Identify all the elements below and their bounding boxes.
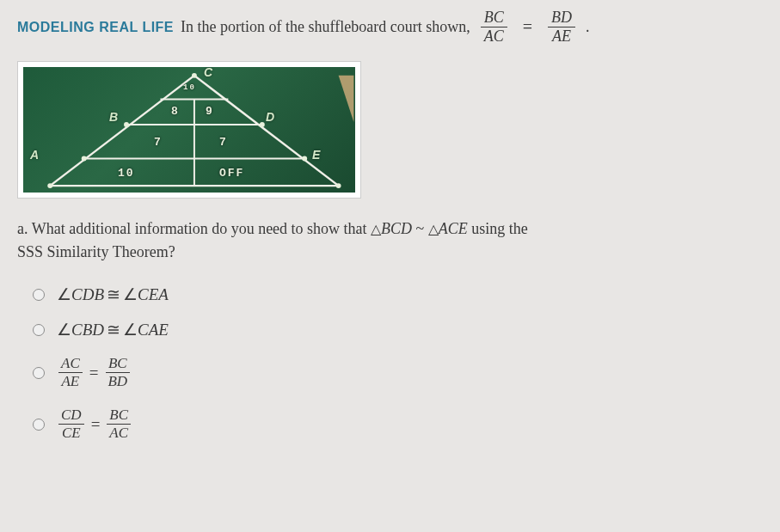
diagram-label-d: D [266, 110, 274, 124]
option-4-content: CD CE = BC AC [57, 407, 132, 443]
option-2-angle-1: CBD [71, 321, 104, 339]
option-3-fraction-1: AC AE [58, 355, 83, 391]
svg-point-14 [192, 73, 197, 78]
option-4-fraction-1: CD CE [58, 407, 84, 443]
fraction-bd-ae: BD AE [548, 9, 575, 46]
svg-point-11 [302, 156, 307, 162]
svg-point-10 [82, 156, 87, 162]
question-body-3: SSS Similarity Theorem? [17, 243, 175, 260]
diagram-inner: A B C D E 10 8 9 7 7 10 OFF [23, 67, 355, 193]
question-body-1: What additional information do you need … [32, 220, 371, 237]
diagram-label-e: E [312, 148, 320, 162]
option-4-fraction-2: BC AC [107, 407, 131, 443]
options-list: ∠CDB ≅ ∠CEA ∠CBD ≅ ∠CAE AC AE = BC BD [17, 284, 763, 443]
equals-sign: = [89, 364, 99, 382]
fraction-bc-ac: BC AC [481, 9, 507, 46]
diagram-off-label: OFF [219, 167, 244, 180]
angle-icon: ∠ [123, 284, 138, 304]
svg-marker-0 [339, 76, 354, 122]
diagram-label-a: A [30, 148, 39, 162]
period: . [586, 18, 590, 36]
svg-point-8 [47, 183, 52, 188]
option-4[interactable]: CD CE = BC AC [33, 407, 763, 443]
fraction-denominator: BD [105, 373, 130, 390]
angle-icon: ∠ [57, 284, 71, 304]
diagram-label-c: C [204, 67, 212, 79]
fraction-denominator: AE [549, 28, 574, 46]
option-3-content: AC AE = BC BD [57, 355, 132, 391]
diagram-num-bottom-left: 10 [118, 167, 135, 180]
fraction-numerator: BC [481, 9, 507, 28]
svg-line-3 [194, 76, 339, 186]
fraction-numerator: AC [58, 355, 83, 373]
fraction-denominator: AC [481, 28, 507, 46]
radio-icon[interactable] [33, 324, 45, 336]
diagram-num-top-right: 9 [206, 105, 214, 118]
diagram-label-b: B [109, 110, 118, 124]
angle-icon: ∠ [123, 320, 138, 339]
angle-icon: ∠ [57, 320, 71, 339]
fraction-numerator: BC [107, 407, 131, 425]
diagram-num-mid-right: 7 [219, 136, 228, 149]
shuffleboard-diagram: A B C D E 10 8 9 7 7 10 OFF [17, 61, 361, 199]
diagram-num-top-left: 8 [171, 105, 180, 118]
fraction-numerator: BC [106, 355, 130, 373]
option-1-angle-2: CEA [138, 285, 169, 304]
svg-point-9 [336, 183, 341, 188]
option-2-angle-2: CAE [138, 321, 169, 339]
option-3-fraction-2: BC BD [105, 355, 130, 391]
diagram-num-mid-left: 7 [154, 136, 163, 149]
option-2[interactable]: ∠CBD ≅ ∠CAE [33, 320, 763, 339]
triangle-bcd: BCD [381, 220, 412, 237]
fraction-denominator: AC [107, 425, 131, 442]
similar-symbol: ~ [416, 220, 425, 237]
radio-icon[interactable] [33, 367, 45, 379]
radio-icon[interactable] [33, 419, 45, 431]
option-1[interactable]: ∠CDB ≅ ∠CEA [33, 284, 763, 304]
svg-point-12 [124, 122, 129, 127]
equals-sign: = [91, 415, 101, 434]
triangle-ace: ACE [439, 220, 468, 237]
option-1-content: ∠CDB ≅ ∠CEA [57, 284, 169, 304]
header-row: MODELING REAL LIFE In the portion of the… [17, 9, 763, 46]
fraction-denominator: CE [59, 425, 83, 442]
svg-point-13 [260, 122, 265, 127]
congruent-icon: ≅ [107, 320, 120, 339]
option-2-content: ∠CBD ≅ ∠CAE [57, 320, 169, 339]
fraction-numerator: BD [548, 9, 575, 28]
equals-sign: = [523, 17, 532, 37]
question-text: a. What additional information do you ne… [17, 217, 763, 264]
question-part-label: a. [17, 220, 28, 237]
radio-icon[interactable] [33, 289, 45, 301]
fraction-denominator: AE [58, 373, 82, 390]
triangle-icon: △ [428, 222, 439, 236]
prompt-text: In the portion of the shuffleboard court… [181, 18, 470, 36]
triangle-icon: △ [371, 222, 381, 236]
congruent-icon: ≅ [107, 284, 120, 304]
modeling-real-life-label: MODELING REAL LIFE [17, 20, 174, 35]
option-3[interactable]: AC AE = BC BD [33, 355, 763, 391]
option-1-angle-1: CDB [71, 285, 104, 304]
diagram-num-apex: 10 [183, 83, 196, 92]
question-body-2: using the [471, 220, 528, 237]
fraction-numerator: CD [58, 407, 84, 425]
